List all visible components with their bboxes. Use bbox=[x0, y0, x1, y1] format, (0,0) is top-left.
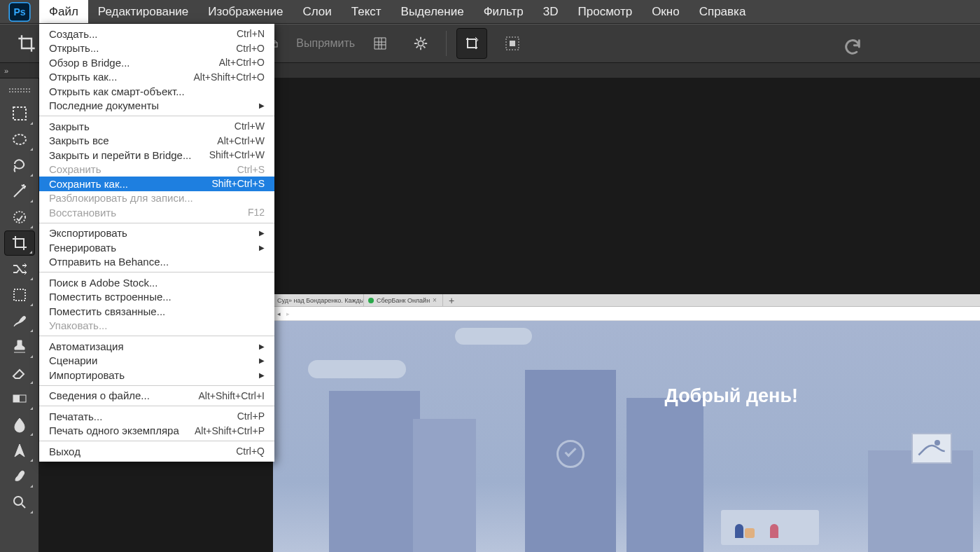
tool-magic-wand[interactable] bbox=[4, 179, 35, 204]
delete-cropped-icon[interactable] bbox=[456, 28, 487, 59]
bench-decoration bbox=[721, 510, 819, 545]
content-aware-icon[interactable] bbox=[497, 28, 528, 59]
tool-spot-heal[interactable] bbox=[4, 205, 35, 230]
menu-item[interactable]: Отправить на Behance... bbox=[39, 255, 274, 270]
menu-item: СохранитьCtrl+S bbox=[39, 163, 274, 177]
menu-item[interactable]: Открыть...Ctrl+O bbox=[39, 41, 274, 56]
menu-item[interactable]: Печать одного экземпляраAlt+Shift+Ctrl+P bbox=[39, 424, 274, 439]
menu-item: Упаковать... bbox=[39, 319, 274, 333]
menu-редактирование[interactable]: Редактирование bbox=[88, 0, 199, 23]
menu-item-shortcut: Alt+Ctrl+O bbox=[219, 57, 265, 68]
tool-pen[interactable] bbox=[4, 438, 35, 463]
greeting-text: Добрый день! bbox=[665, 385, 798, 407]
favicon-icon bbox=[368, 298, 374, 303]
menu-item-label: Сохранить как... bbox=[49, 178, 128, 190]
tool-rect-marquee[interactable] bbox=[4, 101, 35, 126]
menu-item-label: Последние документы bbox=[49, 99, 159, 111]
menu-item[interactable]: Сценарии▶ bbox=[39, 354, 274, 368]
menu-item[interactable]: Закрыть всеAlt+Ctrl+W bbox=[39, 134, 274, 149]
menu-item[interactable]: Открыть как...Alt+Shift+Ctrl+O bbox=[39, 70, 274, 85]
building-decoration bbox=[525, 370, 616, 552]
menu-item-label: Создать... bbox=[49, 28, 98, 40]
menu-текст[interactable]: Текст bbox=[342, 0, 391, 23]
menu-item-shortcut: Ctrl+N bbox=[237, 28, 265, 39]
tool-ellipse-marquee[interactable] bbox=[4, 127, 35, 152]
menu-фильтр[interactable]: Фильтр bbox=[474, 0, 533, 23]
submenu-arrow-icon: ▶ bbox=[259, 343, 265, 350]
tool-smudge[interactable] bbox=[4, 464, 35, 489]
separator bbox=[446, 31, 447, 56]
menu-выделение[interactable]: Выделение bbox=[391, 0, 474, 23]
menu-item[interactable]: Обзор в Bridge...Alt+Ctrl+O bbox=[39, 55, 274, 70]
menu-item[interactable]: Последние документы▶ bbox=[39, 99, 274, 113]
close-icon[interactable]: × bbox=[433, 296, 437, 304]
menu-3d[interactable]: 3D bbox=[533, 0, 568, 23]
tool-blur[interactable] bbox=[4, 412, 35, 437]
browser-tabstrip: Суд» над Бондаренко. Кажды× СберБанк Онл… bbox=[273, 294, 980, 307]
tool-crop[interactable] bbox=[4, 230, 35, 256]
menu-item-label: Обзор в Bridge... bbox=[49, 57, 130, 69]
menu-item[interactable]: Создать...Ctrl+N bbox=[39, 27, 274, 41]
menu-файл[interactable]: Файл bbox=[39, 0, 88, 23]
menu-item-shortcut: Alt+Shift+Ctrl+O bbox=[193, 71, 265, 83]
browser-tab[interactable]: Суд» над Бондаренко. Кажды× bbox=[273, 294, 364, 307]
tool-lasso[interactable] bbox=[4, 153, 35, 178]
open-document[interactable]: Суд» над Бондаренко. Кажды× СберБанк Онл… bbox=[273, 294, 980, 552]
menu-item[interactable]: Генерировать▶ bbox=[39, 240, 274, 255]
menu-слои[interactable]: Слои bbox=[293, 0, 341, 23]
tool-eraser[interactable] bbox=[4, 360, 35, 385]
menu-item-shortcut: Ctrl+P bbox=[237, 410, 265, 422]
settings-gear-icon[interactable] bbox=[405, 28, 436, 59]
menu-item[interactable]: Поместить связанные... bbox=[39, 304, 274, 319]
menu-item-label: Генерировать bbox=[49, 242, 116, 254]
back-icon[interactable]: ◂ bbox=[277, 310, 281, 317]
menu-item[interactable]: ВыходCtrl+Q bbox=[39, 444, 274, 459]
menu-item[interactable]: Сохранить как...Shift+Ctrl+S bbox=[39, 177, 274, 191]
menu-окно[interactable]: Окно bbox=[642, 0, 690, 23]
tool-dashed-select[interactable] bbox=[4, 282, 35, 308]
tool-shuffle[interactable] bbox=[4, 256, 35, 282]
menu-item[interactable]: Закрыть и перейти в Bridge...Shift+Ctrl+… bbox=[39, 148, 274, 163]
menu-separator bbox=[39, 406, 274, 406]
menu-item[interactable]: Поместить встроенные... bbox=[39, 290, 274, 305]
tool-gradient[interactable] bbox=[4, 386, 35, 411]
menu-item[interactable]: Экспортировать▶ bbox=[39, 226, 274, 241]
billboard-decoration bbox=[911, 433, 952, 464]
svg-point-8 bbox=[14, 212, 25, 223]
tool-brush[interactable] bbox=[4, 308, 35, 333]
submenu-arrow-icon: ▶ bbox=[259, 244, 265, 251]
menu-справка[interactable]: Справка bbox=[690, 0, 756, 23]
building-decoration bbox=[626, 398, 704, 552]
toolbox-grip[interactable] bbox=[9, 88, 30, 92]
menu-item-label: Поиск в Adobe Stock... bbox=[49, 277, 158, 289]
menu-item-label: Экспортировать bbox=[49, 227, 127, 239]
menu-item[interactable]: Открыть как смарт-объект... bbox=[39, 84, 274, 99]
menu-item-shortcut: Ctrl+Q bbox=[236, 446, 265, 457]
svg-point-12 bbox=[14, 497, 22, 505]
menu-item[interactable]: Сведения о файле...Alt+Shift+Ctrl+I bbox=[39, 389, 274, 403]
grid-options-icon[interactable] bbox=[365, 28, 396, 59]
tool-stamp[interactable] bbox=[4, 334, 35, 359]
submenu-arrow-icon: ▶ bbox=[259, 357, 265, 364]
menu-item[interactable]: Автоматизация▶ bbox=[39, 339, 274, 354]
menu-separator bbox=[39, 441, 274, 441]
menu-item-shortcut: Alt+Shift+Ctrl+P bbox=[195, 425, 265, 436]
svg-point-3 bbox=[418, 41, 423, 46]
forward-icon: ▸ bbox=[286, 310, 290, 317]
browser-tab[interactable]: СберБанк Онлайн× bbox=[364, 294, 443, 307]
menu-item[interactable]: Печатать...Ctrl+P bbox=[39, 409, 274, 424]
menu-item-shortcut: Ctrl+O bbox=[236, 43, 265, 54]
menu-item[interactable]: Импортировать▶ bbox=[39, 368, 274, 382]
menu-item[interactable]: ЗакрытьCtrl+W bbox=[39, 119, 274, 134]
menu-просмотр[interactable]: Просмотр bbox=[568, 0, 643, 23]
tabs-overflow-icon[interactable]: » bbox=[4, 67, 17, 75]
menu-item[interactable]: Поиск в Adobe Stock... bbox=[39, 275, 274, 290]
menu-изображение[interactable]: Изображение bbox=[198, 0, 293, 23]
svg-rect-6 bbox=[13, 107, 26, 120]
menu-item-label: Сохранить bbox=[49, 163, 102, 175]
tool-zoom[interactable] bbox=[4, 490, 35, 515]
reset-icon[interactable] bbox=[837, 32, 868, 62]
new-tab-button[interactable]: + bbox=[443, 294, 460, 307]
page-hero: Добрый день! bbox=[273, 321, 980, 552]
menu-item-shortcut: Ctrl+W bbox=[234, 120, 265, 132]
